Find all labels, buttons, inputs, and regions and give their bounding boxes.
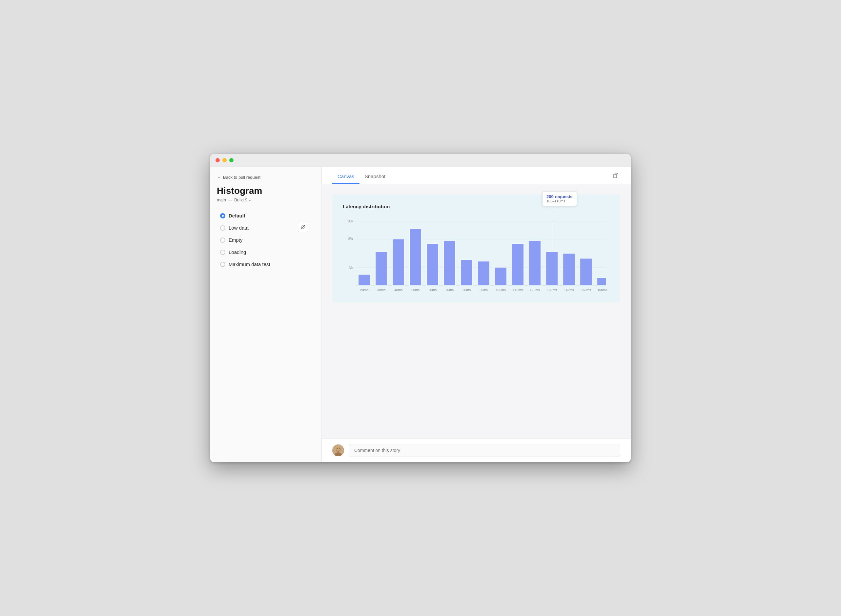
close-button[interactable] xyxy=(215,158,220,162)
build-selector[interactable]: Build 9 ⌄ xyxy=(234,198,251,202)
radio-empty xyxy=(220,238,225,243)
avatar xyxy=(332,444,344,456)
svg-rect-14 xyxy=(461,260,473,286)
app-window: ← Back to pull request Histogram main — … xyxy=(210,154,631,462)
radio-empty-label: Empty xyxy=(229,237,243,243)
main-content: Canvas Snapshot Latency distribution xyxy=(322,167,631,462)
radio-item-loading[interactable]: Loading xyxy=(217,247,315,258)
comment-area xyxy=(322,438,631,462)
svg-text:110ms: 110ms xyxy=(513,288,523,292)
svg-text:60ms: 60ms xyxy=(428,288,437,292)
svg-rect-18 xyxy=(529,241,541,285)
radio-item-default[interactable]: Default xyxy=(217,210,315,221)
title-area: Histogram main — Build 9 ⌄ xyxy=(217,186,315,210)
canvas-area: Latency distribution 209 requests 105–11… xyxy=(322,184,631,438)
page-title: Histogram xyxy=(217,186,315,196)
radio-loading xyxy=(220,249,225,255)
chart-tooltip: 209 requests 105–110ms xyxy=(542,191,577,206)
avatar-svg xyxy=(332,444,344,456)
back-link[interactable]: ← Back to pull request xyxy=(217,175,315,180)
svg-rect-21 xyxy=(580,258,592,286)
histogram-chart: 20k 15k 5k xyxy=(343,216,610,295)
sidebar: ← Back to pull request Histogram main — … xyxy=(210,167,322,462)
branch-label: main xyxy=(217,198,226,202)
radio-max-data-label: Maximum data test xyxy=(229,261,270,267)
scenario-list: Default Low data Empty Loading Maximum d… xyxy=(217,210,315,270)
meta-separator: — xyxy=(228,198,232,202)
svg-text:130ms: 130ms xyxy=(547,288,557,292)
svg-rect-9 xyxy=(375,252,387,286)
svg-text:20k: 20k xyxy=(347,219,353,223)
svg-rect-10 xyxy=(392,239,404,286)
radio-max-data xyxy=(220,262,225,267)
histogram-svg: 20k 15k 5k xyxy=(343,216,610,295)
radio-default-label: Default xyxy=(229,213,245,219)
tab-snapshot[interactable]: Snapshot xyxy=(359,167,391,184)
sidebar-header: Histogram main — Build 9 ⌄ xyxy=(217,186,315,210)
svg-rect-8 xyxy=(358,274,370,286)
tab-bar: Canvas Snapshot xyxy=(332,167,391,184)
radio-item-empty[interactable]: Empty xyxy=(217,235,315,245)
svg-rect-12 xyxy=(427,244,438,286)
svg-text:140ms: 140ms xyxy=(564,288,574,292)
copy-link-button[interactable] xyxy=(298,222,308,232)
radio-default xyxy=(220,213,225,219)
tooltip-range: 105–110ms xyxy=(547,199,573,203)
back-link-label: Back to pull request xyxy=(223,175,261,180)
minimize-button[interactable] xyxy=(223,158,227,162)
tooltip-requests: 209 requests xyxy=(547,194,573,199)
svg-text:150ms: 150ms xyxy=(581,288,591,292)
tab-snapshot-label: Snapshot xyxy=(365,173,385,179)
sidebar-meta: main — Build 9 ⌄ xyxy=(217,198,315,202)
svg-text:100ms: 100ms xyxy=(495,288,506,292)
svg-rect-16 xyxy=(495,267,507,286)
link-icon xyxy=(300,224,306,230)
radio-low-data-label: Low data xyxy=(229,225,249,230)
svg-text:40ms: 40ms xyxy=(394,288,403,292)
external-link-icon xyxy=(613,173,618,179)
svg-text:90ms: 90ms xyxy=(479,288,488,292)
svg-text:80ms: 80ms xyxy=(463,288,471,292)
svg-text:120ms: 120ms xyxy=(530,288,540,292)
comment-input[interactable] xyxy=(349,444,620,457)
svg-text:160ms: 160ms xyxy=(597,288,608,292)
chart-container: Latency distribution 209 requests 105–11… xyxy=(332,195,620,302)
app-body: ← Back to pull request Histogram main — … xyxy=(210,167,631,462)
radio-loading-label: Loading xyxy=(229,249,246,255)
build-label: Build 9 xyxy=(234,198,247,202)
svg-text:5k: 5k xyxy=(349,266,353,270)
svg-rect-15 xyxy=(478,261,490,286)
traffic-lights xyxy=(215,158,233,162)
main-header: Canvas Snapshot xyxy=(322,167,631,184)
chevron-down-icon: ⌄ xyxy=(248,198,251,202)
back-arrow-icon: ← xyxy=(217,175,221,180)
svg-text:30ms: 30ms xyxy=(377,288,385,292)
svg-rect-17 xyxy=(512,244,524,286)
svg-rect-13 xyxy=(444,241,456,285)
svg-rect-19 xyxy=(546,252,558,286)
tab-canvas-label: Canvas xyxy=(337,173,354,179)
svg-text:50ms: 50ms xyxy=(411,288,419,292)
svg-rect-11 xyxy=(410,229,422,285)
tab-canvas[interactable]: Canvas xyxy=(332,167,359,184)
svg-point-42 xyxy=(337,448,337,449)
svg-point-43 xyxy=(339,448,340,449)
svg-text:70ms: 70ms xyxy=(445,288,454,292)
titlebar xyxy=(210,154,631,167)
svg-text:20ms: 20ms xyxy=(360,288,368,292)
svg-rect-22 xyxy=(597,278,606,286)
svg-rect-20 xyxy=(563,254,575,286)
radio-item-max-data[interactable]: Maximum data test xyxy=(217,259,315,270)
external-link-button[interactable] xyxy=(611,171,620,180)
svg-text:15k: 15k xyxy=(347,237,353,241)
radio-low-data xyxy=(220,225,225,230)
maximize-button[interactable] xyxy=(229,158,233,162)
